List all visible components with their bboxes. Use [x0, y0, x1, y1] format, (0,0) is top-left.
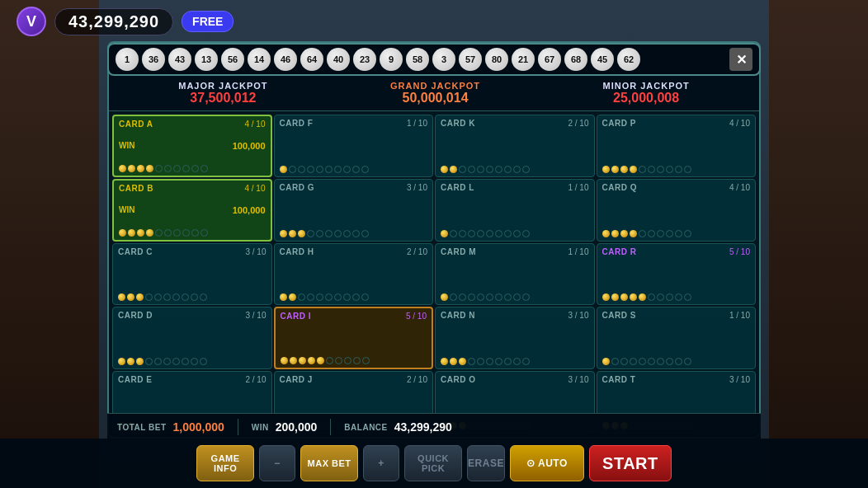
card-cell-card-q[interactable]: CARD Q4 / 10 [597, 179, 757, 242]
card-name: CARD R [602, 247, 637, 256]
major-jackpot-value: 37,500,012 [178, 91, 267, 106]
card-cell-card-g[interactable]: CARD G3 / 10 [274, 179, 434, 242]
dot [316, 230, 323, 237]
card-name: CARD T [602, 375, 636, 384]
dot [522, 230, 530, 237]
card-cell-card-l[interactable]: CARD L1 / 10 [435, 179, 595, 242]
card-dots [441, 358, 589, 365]
dot [602, 166, 610, 173]
info-bar: TOTAL BET 1,000,000 WIN 200,000 BALANCE … [107, 413, 761, 440]
dot [620, 293, 628, 301]
win-value: 100,000 [233, 205, 266, 215]
dot [504, 230, 512, 237]
card-dots [602, 358, 751, 365]
dot [289, 230, 296, 237]
max-bet-button[interactable]: MAX BET [300, 445, 358, 481]
dot [495, 166, 502, 173]
dot [163, 293, 171, 301]
dot [630, 358, 637, 365]
card-fraction: 3 / 10 [245, 311, 266, 320]
game-info-line2: INFO [214, 463, 237, 473]
card-fraction: 5 / 10 [729, 247, 750, 256]
minor-jackpot-label: MINOR JACKPOT [602, 81, 689, 91]
dot [477, 230, 484, 237]
card-cell-card-r[interactable]: CARD R5 / 10 [597, 243, 757, 306]
dot [128, 229, 135, 237]
card-cell-card-k[interactable]: CARD K2 / 10 [435, 115, 595, 177]
dot [146, 165, 153, 172]
dot [317, 357, 324, 364]
card-name: CARD K [441, 119, 475, 128]
dot [611, 166, 619, 173]
number-ball: 9 [380, 48, 403, 71]
dot [495, 230, 502, 237]
dot [459, 293, 466, 301]
card-cell-card-c[interactable]: CARD C3 / 10 [112, 243, 272, 306]
balance-item: BALANCE 43,299,290 [344, 420, 451, 434]
dot [182, 229, 190, 237]
dot [675, 230, 682, 237]
dot [666, 230, 673, 237]
card-name: CARD I [281, 312, 311, 321]
dot [486, 358, 493, 365]
card-cell-card-d[interactable]: CARD D3 / 10 [112, 307, 272, 369]
erase-button[interactable]: ERASE [467, 445, 505, 481]
card-cell-card-b[interactable]: CARD B4 / 10WIN100,000 [112, 179, 272, 242]
game-info-button[interactable]: GAME INFO [196, 445, 254, 481]
card-cell-card-i[interactable]: CARD I5 / 10 [274, 307, 434, 369]
card-cell-card-s[interactable]: CARD S1 / 10 [597, 307, 757, 369]
number-ball: 45 [591, 48, 614, 71]
card-cell-card-m[interactable]: CARD M1 / 10 [435, 243, 595, 306]
dot [630, 166, 637, 173]
card-dots [119, 229, 266, 237]
logo-icon: V [17, 7, 46, 36]
start-button[interactable]: START [589, 445, 672, 481]
win-value: 100,000 [233, 141, 266, 151]
balance-label: BALANCE [344, 423, 387, 432]
card-cell-card-f[interactable]: CARD F1 / 10 [274, 115, 434, 177]
card-fraction: 3 / 10 [407, 183, 427, 192]
card-fraction: 5 / 10 [406, 312, 427, 321]
number-ball: 46 [274, 48, 297, 71]
dot [173, 229, 181, 237]
number-ball: 58 [406, 48, 429, 71]
plus-button[interactable]: + [363, 445, 399, 481]
card-fraction: 1 / 10 [568, 183, 588, 192]
card-dots [280, 230, 428, 237]
grand-jackpot-label: GRAND JACKPOT [390, 81, 480, 91]
minus-button[interactable]: − [259, 445, 295, 481]
auto-button[interactable]: ⊙ AUTO [510, 445, 584, 481]
balance-display: 43,299,290 [54, 8, 173, 35]
dot [648, 358, 655, 365]
dot [118, 293, 125, 301]
card-name: CARD F [280, 119, 314, 128]
dot [343, 230, 351, 237]
dot [620, 230, 628, 237]
dot [630, 230, 637, 237]
number-ball: 13 [195, 48, 218, 71]
card-cell-card-p[interactable]: CARD P4 / 10 [597, 115, 757, 177]
dot [200, 293, 207, 301]
grand-jackpot: GRAND JACKPOT 50,000,014 [390, 81, 480, 106]
card-cell-card-n[interactable]: CARD N3 / 10 [435, 307, 595, 369]
card-cell-card-a[interactable]: CARD A4 / 10WIN100,000 [112, 115, 272, 177]
major-jackpot: MAJOR JACKPOT 37,500,012 [178, 81, 267, 106]
card-cell-card-h[interactable]: CARD H2 / 10 [274, 243, 434, 306]
major-jackpot-label: MAJOR JACKPOT [178, 81, 267, 91]
dot [666, 166, 673, 173]
card-name: CARD J [280, 375, 313, 384]
number-ball: 36 [142, 48, 165, 71]
win-value: 200,000 [276, 420, 318, 434]
quick-pick-button[interactable]: QUICK PICK [404, 445, 462, 481]
game-info-line1: GAME [211, 453, 240, 463]
cards-grid: CARD A4 / 10WIN100,000CARD F1 / 10CARD K… [109, 111, 759, 437]
close-button[interactable]: ✕ [729, 48, 752, 71]
dot [307, 293, 314, 301]
card-fraction: 4 / 10 [244, 120, 265, 129]
dot [441, 358, 448, 365]
dot [684, 358, 691, 365]
dot [675, 166, 682, 173]
number-ball: 67 [538, 48, 561, 71]
card-dots [441, 166, 589, 173]
dot [504, 293, 512, 301]
